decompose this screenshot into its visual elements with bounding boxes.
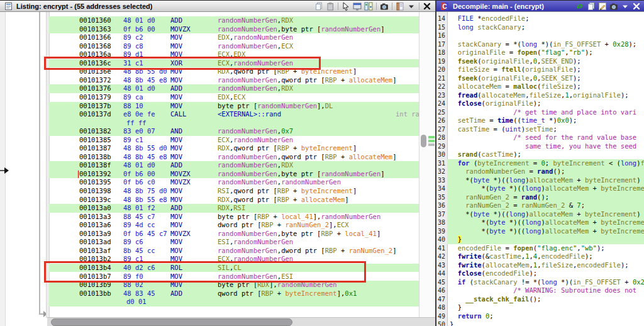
code-token-plain: = — [509, 193, 521, 201]
decompiler-code-line[interactable]: long stackCanary; — [447, 23, 644, 32]
copy-icon[interactable] — [314, 1, 324, 11]
close-icon[interactable] — [631, 1, 641, 11]
listing-content[interactable]: 0010136048 01 d0ADDrandomNumberGen,RDX00… — [0, 12, 435, 326]
decompiler-code-line[interactable]: *(byte *)((long)allocateMem + byteIncrem… — [447, 227, 644, 236]
listing-row[interactable]: 0010139848 8b 75 d0MOVRSI,qword ptr [RBP… — [49, 187, 419, 196]
toolbar-separator — [392, 3, 392, 10]
listing-row[interactable]: 0010137b88 10MOVbyte ptr [randomNumberGe… — [49, 102, 419, 111]
decompiler-code-line[interactable]: fseek(originalFile,0,SEEK_END); — [447, 57, 644, 66]
decompiler-code-line[interactable]: ranNumGen_2 = rand(); — [447, 193, 644, 202]
camera-icon[interactable] — [379, 1, 389, 11]
camera-icon[interactable] — [609, 1, 619, 11]
listing-row[interactable]: 001013a689 4d ccMOVdword ptr [RBP + ranN… — [49, 221, 419, 230]
listing-row[interactable]: 0010136689 c2MOVEDX,randomNumberGen — [49, 33, 419, 42]
operand-token-var: randomNumberGen — [218, 25, 277, 33]
decompiler-code-line[interactable]: *(byte *)((long)allocateMem + byteIncrem… — [447, 176, 644, 185]
decompiler-code-line[interactable]: FILE *encodedFile; — [447, 14, 644, 23]
decompiler-code-line[interactable]: fileSize = ftell(originalFile); — [447, 65, 644, 74]
code-token-plain: = — [525, 167, 537, 175]
listing-row[interactable]: 0010139c48 8b 55 e8MOVRDX,qword ptr [RBP… — [49, 196, 419, 205]
edit-icon[interactable] — [597, 1, 608, 11]
decompiler-code-line[interactable]: for (byteIncrement = 0; byteIncrement < … — [447, 159, 644, 168]
code-token-plain — [450, 48, 458, 56]
fields-icon[interactable] — [352, 1, 362, 11]
code-token-var: allocateMem — [545, 227, 589, 235]
listing-row[interactable]: 0010136048 01 d0ADDrandomNumberGen,RDX — [49, 16, 419, 25]
decompiler-code-line[interactable]: if (stackCanary != *(long *)(in_FS_OFFSE… — [447, 278, 644, 287]
paste-icon[interactable] — [325, 1, 335, 11]
listing-row[interactable]: 0010136889 c8MOVrandomNumberGen,ECX — [49, 42, 419, 51]
decompiler-code-line[interactable]: return 0; — [447, 312, 644, 321]
code-token-plain: ); — [573, 57, 581, 65]
horizontal-scrollbar-thumb[interactable] — [51, 318, 292, 326]
decompiler-code-line[interactable]: originalFile = fopen("flag","rb"); — [447, 48, 644, 57]
listing-horizontal-scrollbar[interactable] — [47, 317, 435, 326]
caret-icon[interactable] — [620, 1, 630, 11]
decompiler-code-line[interactable]: fclose(encodedFile); — [447, 269, 644, 278]
listing-row[interactable]: d0 01 — [49, 298, 419, 306]
listing-row[interactable]: 0010137248 8b 45 e8MOVrandomNumberGen,qw… — [49, 76, 419, 85]
decompiler-content[interactable]: 14 FILE *encodedFile;15 long stackCanary… — [436, 12, 644, 326]
decompiler-code-line[interactable]: srand(castTime); — [447, 150, 644, 159]
listing-row[interactable]: 001013a048 01 f2ADDRDX,RSI — [49, 204, 419, 213]
listing-row[interactable]: 0010138283 e0 07ANDrandomNumberGen,0x7 — [49, 127, 419, 136]
sidebar-icon[interactable] — [395, 1, 405, 11]
listing-vertical-scrollbar[interactable] — [419, 12, 435, 318]
listing-row[interactable]: 0010138b48 8b 45 e8MOVrandomNumberGen,qw… — [49, 153, 419, 162]
decompiler-code-line[interactable]: ranNumGen_2 = ranNumGen_2 & 7; — [447, 201, 644, 210]
listing-row[interactable]: 001013ad89 c6MOVESI,randomNumberGen — [49, 238, 419, 247]
mnemonic: MOV — [170, 153, 182, 162]
decompiler-code-line[interactable]: /* get time and place into vari — [447, 108, 644, 117]
decompiler-code-line[interactable]: __stack_chk_fail(); — [447, 295, 644, 304]
decompiler-code-line[interactable]: *(byte *)((long)allocateMem + byteIncrem… — [447, 218, 644, 227]
listing-row[interactable]: 0010138f48 01 d0ADDrandomNumberGen,RDX — [49, 161, 419, 170]
listing-row[interactable]: 001013bb48 83 45ADDqword ptr [RBP + byte… — [49, 289, 419, 298]
vertical-scrollbar-thumb[interactable] — [421, 135, 426, 147]
listing-row[interactable]: 001013950f b6 c0MOVZXrandomNumberGen,ran… — [49, 178, 419, 187]
code-token-var: originalFile — [573, 91, 621, 99]
decompiler-code-line[interactable]: } — [447, 235, 644, 244]
bytes: 48 8b 75 d0 — [123, 187, 167, 196]
listing-row[interactable]: 001013a388 45 c7MOVbyte ptr [RBP + local… — [49, 213, 419, 222]
decompiler-code-line[interactable]: stackCanary = *(long *)(in_FS_OFFSET + 0… — [447, 40, 644, 49]
listing-row[interactable]: 001013a90f b6 45 c7MOVZXrandomNumberGen,… — [49, 230, 419, 239]
decompiler-code-line[interactable]: } — [447, 320, 644, 326]
decompiler-code-line[interactable]: same time, you have the seed — [447, 142, 644, 151]
mnemonic: MOV — [170, 42, 182, 51]
refresh-icon[interactable] — [575, 1, 585, 11]
listing-row[interactable]: 0010138589 c1MOVECX,randomNumberGen — [49, 136, 419, 145]
listing-row[interactable]: 0010137de8 0e feCALL<EXTERNAL>::randint … — [49, 110, 419, 119]
listing-row[interactable]: ff ff — [49, 119, 419, 128]
decompiler-code-line[interactable]: castTime = (uint)setTime; — [447, 125, 644, 134]
cursor-icon[interactable] — [341, 1, 351, 11]
decompiler-code-line[interactable]: setTime = time((time_t *)0x0); — [447, 116, 644, 125]
copy-icon[interactable] — [586, 1, 596, 11]
diff-icon[interactable] — [364, 1, 374, 11]
decompiler-code-line[interactable]: /* WARNING: Subroutine does not — [447, 286, 644, 295]
decompiler-code-line[interactable]: } — [447, 303, 644, 312]
code-token-plain: = — [501, 82, 513, 90]
listing-row[interactable]: 001013af8b 45 ccMOVrandomNumberGen,dword… — [49, 247, 419, 256]
decompiler-code-line[interactable]: *(byte *)((long)allocateMem + byteIncrem… — [447, 184, 644, 193]
decompiler-code-line[interactable]: fwrite(&castTime,1,4,encodedFile); — [447, 252, 644, 261]
code-token-str: "flag.enc" — [537, 244, 577, 252]
operands: <EXTERNAL>::rand — [218, 110, 281, 119]
decompiler-code-line[interactable]: fwrite(allocateMem,1,fileSize,encodedFil… — [447, 261, 644, 270]
decompiler-code-line[interactable]: encodedFile = fopen("flag.enc","wb"); — [447, 244, 644, 253]
decompiler-code-line[interactable]: randomNumberGen = rand(); — [447, 167, 644, 176]
line-number: 26 — [436, 116, 445, 125]
listing-row[interactable]: 001013630f b6 00MOVZXrandomNumberGen,byt… — [49, 25, 419, 34]
caret-icon[interactable] — [406, 1, 416, 11]
listing-row[interactable]: 0010137989 caMOVEDX,ECX — [49, 93, 419, 102]
decompiler-code-line[interactable]: fclose(originalFile); — [447, 99, 644, 108]
listing-row[interactable]: 001013920f b6 00MOVZXrandomNumberGen,byt… — [49, 170, 419, 179]
decompiler-code-line[interactable]: allocateMem = malloc(fileSize); — [447, 82, 644, 91]
listing-row[interactable]: 0010138748 8b 55 d0MOVRDX,qword ptr [RBP… — [49, 144, 419, 153]
decompiler-code-line[interactable]: fseek(originalFile,0,SEEK_SET); — [447, 74, 644, 83]
decompiler-code-line[interactable]: /* seed for the rand value base — [447, 133, 644, 142]
listing-row[interactable]: 0010137648 01 d0ADDrandomNumberGen,RDX — [49, 84, 419, 93]
decompiler-code-line[interactable]: fread(allocateMem,fileSize,1,originalFil… — [447, 91, 644, 100]
decompiler-code-line[interactable] — [447, 31, 644, 40]
close-icon[interactable] — [422, 1, 432, 11]
decompiler-code-line[interactable]: *(byte *)((long)allocateMem + byteIncrem… — [447, 210, 644, 219]
